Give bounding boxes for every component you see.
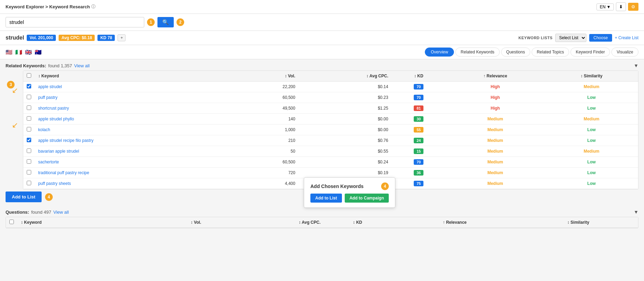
rk-view-all-link[interactable]: View all: [74, 63, 90, 68]
keyword-link[interactable]: puff pastry: [38, 95, 58, 100]
popup-box: Add Chosen Keywords 4 Add to List Add to…: [304, 177, 395, 208]
row-checkbox[interactable]: [27, 170, 31, 174]
choose-button[interactable]: Choose: [589, 34, 612, 42]
row-checkbox[interactable]: [27, 84, 31, 88]
top-bar: Keyword Explorer > Keyword Research ⓘ EN…: [0, 0, 644, 14]
search-input[interactable]: [6, 17, 144, 27]
cpc-cell: $0.19: [299, 168, 392, 178]
filter-icon[interactable]: ▼: [634, 63, 638, 68]
vol-cell: 60,500: [235, 92, 299, 103]
rk-table-container: ↕ Keyword ↕ Vol. ↕ Avg CPC. ↕ KD ↑ Relev…: [23, 70, 638, 189]
similarity-cell: Medium: [545, 82, 638, 92]
tab-related-topics[interactable]: Related Topics: [532, 48, 569, 57]
relevance-cell: High: [446, 92, 545, 103]
cpc-cell: $0.24: [299, 157, 392, 168]
col-similarity[interactable]: ↕ Similarity: [545, 71, 638, 82]
download-icon: ⬇: [619, 4, 623, 9]
q-filter-icon[interactable]: ▼: [634, 209, 638, 215]
cpc-cell: $0.14: [299, 82, 392, 92]
info-icon: ⓘ: [91, 4, 95, 10]
popup-add-to-list-button[interactable]: Add to List: [310, 194, 342, 203]
col-avg-cpc[interactable]: ↕ Avg CPC.: [299, 71, 392, 82]
download-button[interactable]: ⬇: [616, 2, 626, 11]
relevance-cell: High: [446, 103, 545, 114]
search-icon: 🔍: [162, 19, 169, 25]
similarity-cell: Medium: [545, 146, 638, 157]
col-relevance[interactable]: ↑ Relevance: [446, 71, 545, 82]
flag-gb[interactable]: 🇬🇧: [25, 49, 32, 56]
kd-cell: 75: [392, 178, 446, 189]
q-col-avg-cpc[interactable]: ↕ Avg CPC.: [205, 217, 324, 228]
table-row: apple strudel 22,200 $0.14 70 High Mediu…: [23, 82, 638, 92]
row-checkbox[interactable]: [27, 159, 31, 164]
vol-cell: 60,500: [235, 157, 299, 168]
row-checkbox[interactable]: [27, 95, 31, 99]
step1-badge: 1: [147, 18, 155, 26]
cpc-cell: $0.76: [299, 135, 392, 146]
q-col-kd[interactable]: ↕ KD: [324, 217, 391, 228]
add-to-list-button[interactable]: Add to List: [6, 191, 42, 202]
keyword-link[interactable]: apple strudel recipe filo pastry: [38, 138, 93, 143]
main-content: Related Keywords: found 1,357 View all ▼…: [0, 59, 644, 232]
tab-overview[interactable]: Overview: [425, 48, 454, 57]
keyword-link[interactable]: apple strudel: [38, 84, 62, 89]
row-checkbox[interactable]: [27, 181, 31, 185]
flag-us[interactable]: 🇺🇸: [6, 49, 12, 56]
keyword-link[interactable]: apple strudel phyllo: [38, 117, 74, 121]
keyword-link[interactable]: traditional puff pastry recipe: [38, 170, 89, 175]
tab-keyword-finder[interactable]: Keyword Finder: [570, 48, 610, 57]
tab-questions[interactable]: Questions: [501, 48, 530, 57]
row-checkbox[interactable]: [27, 138, 31, 142]
kd-cell: 55: [392, 125, 446, 135]
q-col-relevance[interactable]: ↑ Relevance: [391, 217, 518, 228]
q-col-keyword[interactable]: ↕ Keyword: [17, 217, 132, 228]
q-col-vol[interactable]: ↕ Vol.: [132, 217, 205, 228]
q-select-all-checkbox[interactable]: [9, 220, 14, 224]
select-list-dropdown[interactable]: Select List: [555, 34, 586, 42]
cpc-cell: $0.00: [299, 114, 392, 125]
create-list-link[interactable]: + Create List: [615, 35, 638, 40]
row-checkbox[interactable]: [27, 148, 31, 153]
keyword-link[interactable]: sachertorte: [38, 160, 59, 164]
table-row: traditional puff pastry recipe 720 $0.19…: [23, 168, 638, 178]
search-button[interactable]: 🔍: [157, 17, 174, 27]
flag-it[interactable]: 🇮🇹: [15, 49, 22, 56]
vol-cell: 49,500: [235, 103, 299, 114]
lang-button[interactable]: EN ▼: [596, 3, 614, 10]
plus-button[interactable]: +: [118, 34, 126, 41]
similarity-cell: Low: [545, 157, 638, 168]
keyword-link[interactable]: bavarian apple strudel: [38, 149, 79, 154]
relevance-cell: Medium: [446, 114, 545, 125]
q-view-all-link[interactable]: View all: [53, 210, 69, 215]
row-checkbox[interactable]: [27, 105, 31, 110]
col-keyword[interactable]: ↕ Keyword: [35, 71, 235, 82]
similarity-cell: Low: [545, 92, 638, 103]
col-kd[interactable]: ↕ KD: [392, 71, 446, 82]
relevance-cell: Medium: [446, 146, 545, 157]
tab-related-keywords[interactable]: Related Keywords: [455, 48, 499, 57]
rk-section-header: Related Keywords: found 1,357 View all ▼: [6, 63, 638, 68]
step4-badge-bottom: 4: [45, 193, 53, 201]
q-table: ↕ Keyword ↕ Vol. ↕ Avg CPC. ↕ KD ↑ Relev…: [6, 217, 638, 228]
popup-title: Add Chosen Keywords 4: [310, 182, 389, 190]
keyword-link[interactable]: puff pastry sheets: [38, 181, 71, 186]
row-checkbox[interactable]: [27, 127, 31, 131]
q-col-similarity[interactable]: ↕ Similarity: [518, 217, 638, 228]
keyword-link[interactable]: shortcrust pastry: [38, 106, 69, 111]
keyword-link[interactable]: kolach: [38, 127, 50, 132]
kd-cell: 70: [392, 157, 446, 168]
table-row: bavarian apple strudel 50 $0.55 15 Mediu…: [23, 146, 638, 157]
keyword-lists-label: KEYWORD LISTS: [518, 36, 552, 40]
cpc-badge: Avg CPC: $0.18: [59, 35, 95, 41]
popup-add-to-campaign-button[interactable]: Add to Campaign: [345, 194, 389, 203]
flag-au[interactable]: 🇦🇺: [35, 49, 42, 56]
select-all-checkbox[interactable]: [27, 73, 31, 78]
relevance-cell: Medium: [446, 135, 545, 146]
row-checkbox[interactable]: [27, 116, 31, 121]
gear-icon: ⚙: [631, 4, 635, 9]
kd-cell: 70: [392, 82, 446, 92]
cpc-cell: $0.00: [299, 125, 392, 135]
col-vol[interactable]: ↕ Vol.: [235, 71, 299, 82]
tab-visualize[interactable]: Visualize: [611, 48, 638, 57]
settings-button[interactable]: ⚙: [628, 3, 638, 11]
